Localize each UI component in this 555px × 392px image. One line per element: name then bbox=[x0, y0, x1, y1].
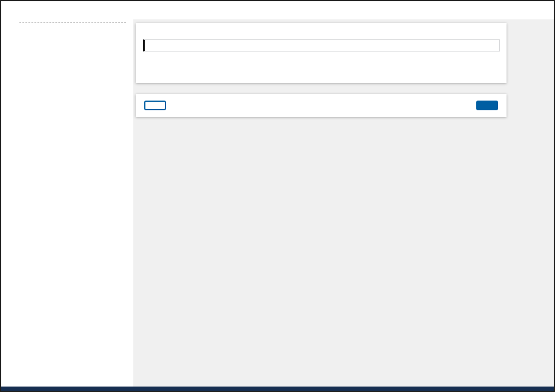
back-button[interactable] bbox=[144, 101, 166, 110]
content-area bbox=[133, 19, 554, 387]
top-nav bbox=[1, 1, 554, 19]
main-card bbox=[136, 23, 507, 83]
application-window bbox=[0, 0, 555, 392]
sidebar bbox=[1, 19, 133, 387]
action-bar bbox=[136, 94, 507, 117]
note-box bbox=[143, 39, 500, 51]
next-button[interactable] bbox=[476, 101, 498, 110]
footer-strip bbox=[1, 387, 554, 391]
main-layout bbox=[1, 19, 554, 387]
sidebar-nav-list bbox=[19, 22, 126, 23]
